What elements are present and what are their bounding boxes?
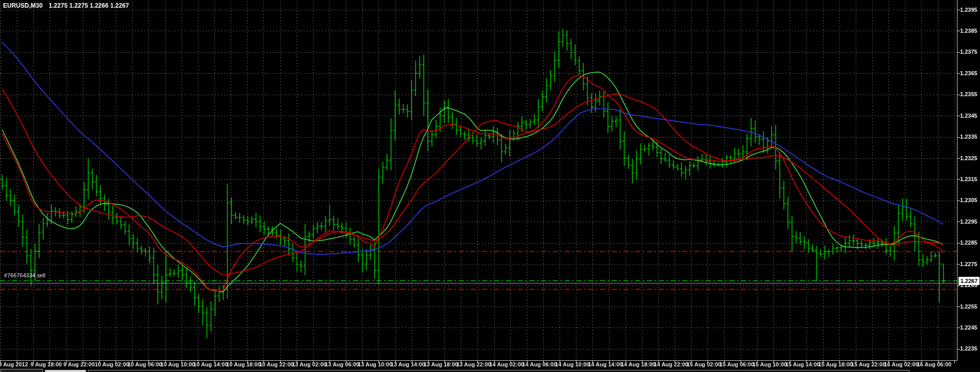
price-tick-label: 1.2345	[960, 113, 980, 119]
time-tick-label: 13 Aug 22:00	[456, 361, 491, 367]
time-tick-label: 13 Aug 06:00	[325, 361, 359, 367]
time-tick-label: 14 Aug 06:00	[522, 361, 556, 367]
time-tick-label: 10 Aug 22:00	[259, 361, 294, 367]
time-tick-label: 13 Aug 18:00	[424, 361, 458, 367]
price-tick-label: 1.2245	[960, 324, 980, 331]
tab-bar-long-box[interactable]	[88, 370, 909, 372]
price-tick-label: 1.2325	[960, 155, 980, 162]
time-tick-label: 14 Aug 02:00	[489, 361, 524, 367]
time-tick-label: 9 Aug 18:00	[31, 361, 62, 367]
time-tick-label: 15 Aug 10:00	[752, 361, 787, 367]
time-tick-label: 13 Aug 14:00	[391, 361, 425, 367]
price-tick-label: 1.2355	[960, 91, 980, 98]
time-tick-label: 14 Aug 22:00	[654, 361, 688, 367]
time-tick-label: 10 Aug 14:00	[193, 361, 228, 367]
time-tick-label: 16 Aug 02:00	[884, 361, 918, 367]
price-tick-label: 1.2255	[960, 303, 980, 310]
time-tick-label: 15 Aug 18:00	[818, 361, 853, 367]
price-tick-label: 1.2315	[960, 176, 980, 183]
price-tick-label: 1.2285	[960, 239, 980, 246]
sell-order-line-label: #766764334 sell	[4, 272, 46, 278]
time-tick-label: 14 Aug 10:00	[555, 361, 589, 367]
time-tick-label: 14 Aug 14:00	[588, 361, 622, 367]
tab-bar-left-box[interactable]	[1, 369, 43, 372]
bottom-tab-strip	[0, 368, 980, 372]
time-tick-label: 10 Aug 06:00	[127, 361, 162, 367]
symbol-timeframe-label: EURUSD,M30	[3, 2, 42, 9]
time-tick-label: 9 Aug 22:00	[63, 361, 95, 367]
price-tick-label: 1.2275	[960, 261, 980, 268]
time-tick-label: 15 Aug 14:00	[785, 361, 819, 367]
time-tick-label: 13 Aug 10:00	[358, 361, 392, 367]
time-tick-label: 9 Aug 2012	[0, 361, 28, 367]
time-tick-label: 15 Aug 02:00	[687, 361, 721, 367]
mt4-chart-window: EURUSD,M301.2275 1.2275 1.2266 1.2267 #7…	[0, 0, 980, 372]
time-tick-label: 15 Aug 06:00	[720, 361, 754, 367]
time-tick-label: 15 Aug 22:00	[851, 361, 885, 367]
price-tick-label: 1.2395	[960, 7, 980, 13]
price-tick-label: 1.2335	[960, 134, 980, 140]
time-tick-label: 10 Aug 10:00	[161, 361, 195, 367]
time-tick-label: 16 Aug 06:00	[917, 361, 951, 367]
price-tick-label: 1.2385	[960, 28, 980, 34]
price-tick-label: 1.2365	[960, 70, 980, 77]
price-tick-label: 1.2375	[960, 49, 980, 55]
time-tick-label: 14 Aug 18:00	[621, 361, 655, 367]
ohlc-values-label: 1.2275 1.2275 1.2266 1.2267	[49, 2, 129, 9]
chart-title: EURUSD,M301.2275 1.2275 1.2266 1.2267	[3, 2, 129, 9]
current-price-badge: 1.2267	[959, 277, 979, 285]
price-chart-canvas[interactable]	[0, 0, 980, 372]
price-tick-label: 1.2235	[960, 345, 980, 352]
price-tick-label: 1.2305	[960, 197, 980, 204]
time-tick-label: 10 Aug 18:00	[226, 361, 260, 367]
time-tick-label: 10 Aug 02:00	[95, 361, 129, 367]
tab-bar-active-box[interactable]	[45, 370, 86, 372]
time-tick-label: 13 Aug 02:00	[292, 361, 326, 367]
price-tick-label: 1.2295	[960, 218, 980, 225]
